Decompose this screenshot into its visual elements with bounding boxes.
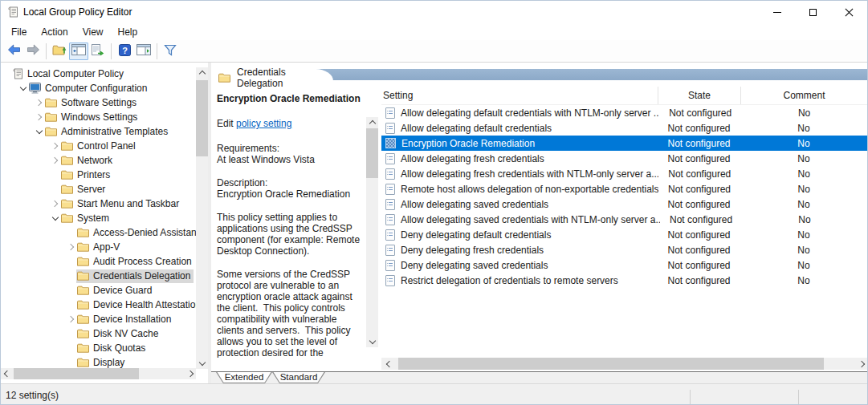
scroll-left-arrow[interactable] [383, 358, 393, 370]
column-header-setting[interactable]: Setting [381, 87, 658, 104]
tab-extended[interactable]: Extended [216, 372, 272, 383]
list-horizontal-scrollbar[interactable] [381, 358, 867, 370]
scroll-down-arrow[interactable] [366, 336, 378, 347]
tree-item-administrative-templates[interactable]: Administrative Templates [1, 124, 196, 139]
tree-item-audit-process-creation[interactable]: Audit Process Creation [1, 254, 196, 269]
folder-icon [61, 141, 73, 151]
table-row[interactable]: Allow delegating fresh credentials with … [381, 166, 867, 181]
settings-list: Setting State Comment Allow delegating d… [381, 87, 867, 358]
policy-document-icon [385, 138, 396, 148]
tab-standard[interactable]: Standard [272, 372, 325, 383]
minimize-icon [773, 12, 781, 13]
scrollbar-thumb[interactable] [196, 80, 208, 156]
tree-item-system[interactable]: System [1, 211, 196, 225]
table-row[interactable]: Restrict delegation of credentials to re… [381, 273, 867, 288]
forward-button[interactable] [23, 43, 43, 60]
back-button[interactable] [4, 43, 23, 60]
chevron-icon[interactable] [51, 211, 60, 225]
scroll-down-arrow[interactable] [196, 358, 208, 369]
folder-icon [61, 184, 73, 194]
folder-icon [77, 329, 89, 338]
tree-vertical-scrollbar[interactable] [196, 67, 208, 369]
tree-item-local-computer-policy[interactable]: Local Computer Policy [1, 67, 196, 81]
table-row[interactable]: Remote host allows delegation of non-exp… [381, 181, 867, 196]
tree-item-device-installation[interactable]: Device Installation [1, 312, 196, 326]
tree-item-network[interactable]: Network [1, 153, 196, 168]
minimize-button[interactable] [759, 1, 795, 23]
scroll-left-arrow[interactable] [1, 368, 11, 379]
table-row[interactable]: Deny delegating fresh credentials Not co… [381, 242, 867, 257]
chevron-icon[interactable] [67, 312, 76, 326]
scroll-right-arrow[interactable] [857, 358, 867, 370]
title-bar: Local Group Policy Editor [1, 1, 867, 23]
chevron-icon[interactable] [35, 124, 44, 139]
chevron-icon[interactable] [35, 110, 44, 124]
table-row[interactable]: Allow delegating saved credentials Not c… [381, 196, 867, 212]
tree-item-printers[interactable]: Printers [1, 168, 196, 182]
chevron-icon[interactable] [51, 153, 60, 168]
chevron-icon[interactable] [67, 240, 76, 254]
tree-item-device-guard[interactable]: Device Guard [1, 283, 196, 298]
tree-item-server[interactable]: Server [1, 182, 196, 196]
status-divider [690, 390, 691, 405]
tree-item-access-denied-assistance[interactable]: Access-Denied Assistance [1, 225, 196, 240]
tree-item-start-menu-and-taskbar[interactable]: Start Menu and Taskbar [1, 196, 196, 211]
table-row[interactable]: Allow delegating saved credentials with … [381, 212, 867, 227]
table-row[interactable]: Allow delegating fresh credentials Not c… [381, 151, 867, 166]
help-button[interactable]: ? [115, 43, 134, 60]
up-level-button[interactable] [50, 43, 69, 60]
tree-item-disk-nv-cache[interactable]: Disk NV Cache [1, 326, 196, 341]
table-row[interactable]: Allow delegating default credentials wit… [381, 105, 867, 120]
menu-file[interactable]: File [4, 25, 34, 39]
column-header-comment[interactable]: Comment [740, 87, 867, 104]
local-group-policy-editor-window: Local Group Policy Editor File Action Vi… [0, 0, 868, 405]
action-pane-button[interactable] [134, 43, 153, 60]
main-area: Local Computer Policy Computer Configura… [1, 63, 867, 383]
folder-icon [77, 286, 89, 295]
chevron-icon[interactable] [51, 139, 60, 153]
chevron-icon[interactable] [51, 196, 60, 211]
description-paragraph: Some versions of the CredSSP protocol ar… [217, 269, 365, 358]
scrollbar-thumb[interactable] [14, 368, 139, 379]
tree-item-windows-settings[interactable]: Windows Settings [1, 110, 196, 124]
table-row[interactable]: Allow delegating default credentials Not… [381, 120, 867, 136]
help-icon: ? [119, 44, 131, 59]
maximize-button[interactable] [795, 1, 831, 23]
tree-item-disk-quotas[interactable]: Disk Quotas [1, 341, 196, 355]
description-title: Encryption Oracle Remediation [217, 188, 365, 200]
status-text: 12 setting(s) [6, 390, 59, 401]
scroll-right-arrow[interactable] [185, 368, 196, 379]
chevron-icon[interactable] [35, 95, 44, 110]
table-row[interactable]: Encryption Oracle Remediation Not config… [381, 136, 867, 151]
close-button[interactable] [831, 1, 867, 23]
table-row[interactable]: Deny delegating saved credentials Not co… [381, 257, 867, 273]
scrollbar-thumb[interactable] [398, 358, 824, 370]
policy-document-icon [385, 214, 395, 225]
tree-item-credentials-delegation[interactable]: Credentials Delegation [1, 269, 196, 283]
export-list-button[interactable] [88, 43, 108, 60]
console-tree-button[interactable] [69, 43, 88, 60]
scroll-up-arrow[interactable] [366, 117, 378, 128]
menu-action[interactable]: Action [34, 25, 75, 39]
folder-icon [77, 314, 89, 324]
scroll-up-arrow[interactable] [196, 67, 208, 79]
tree-item-software-settings[interactable]: Software Settings [1, 95, 196, 110]
menu-view[interactable]: View [75, 25, 111, 39]
description-vertical-scrollbar[interactable] [366, 117, 378, 347]
export-list-icon [91, 44, 105, 59]
tree-item-app-v[interactable]: App-V [1, 240, 196, 254]
tree-item-computer-configuration[interactable]: Computer Configuration [1, 81, 196, 95]
tree-item-control-panel[interactable]: Control Panel [1, 139, 196, 153]
table-row[interactable]: Deny delegating default credentials Not … [381, 227, 867, 242]
column-header-state[interactable]: State [658, 87, 740, 104]
scrollbar-thumb[interactable] [366, 128, 378, 178]
chevron-icon[interactable] [18, 81, 28, 95]
filter-button[interactable] [161, 43, 180, 60]
view-tabs: ExtendedStandard [211, 372, 867, 383]
menu-help[interactable]: Help [111, 25, 145, 39]
tree-item-device-health-attestation[interactable]: Device Health Attestation [1, 298, 196, 312]
tree-horizontal-scrollbar[interactable] [1, 368, 196, 379]
policy-setting-link[interactable]: policy setting [236, 118, 291, 129]
policy-title: Encryption Oracle Remediation [217, 93, 365, 104]
folder-icon [61, 156, 73, 165]
